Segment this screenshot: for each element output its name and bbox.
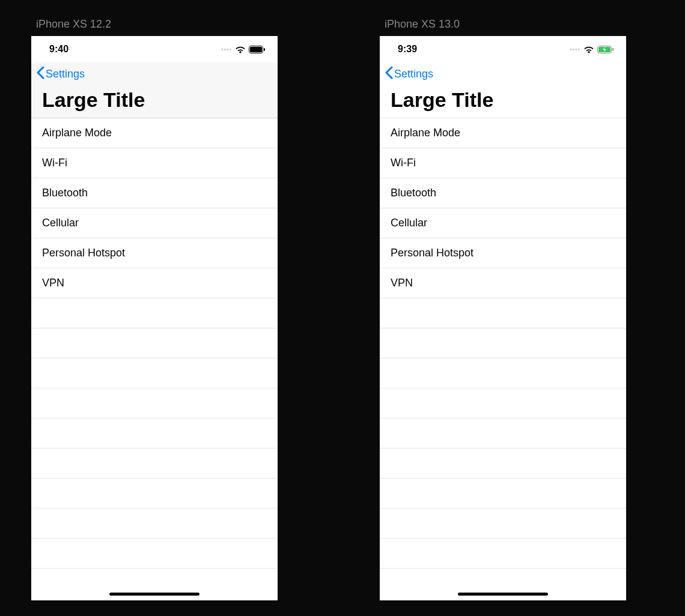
battery-icon [249, 46, 266, 53]
list-item-label: VPN [391, 277, 413, 289]
list-item-empty [31, 479, 278, 509]
wifi-icon [235, 46, 246, 53]
list-item-cellular[interactable]: Cellular [31, 208, 278, 238]
list-item-personal-hotspot[interactable]: Personal Hotspot [31, 238, 278, 268]
list-item-label: Bluetooth [42, 187, 88, 199]
status-bar: 9:40 •••• [31, 36, 278, 62]
status-bar: 9:39 •••• [380, 36, 626, 62]
caption-left: iPhone XS 12.2 [36, 18, 111, 31]
list-item-wifi[interactable]: Wi-Fi [31, 148, 278, 178]
large-title-header: Large Title [31, 86, 278, 118]
settings-list: Airplane Mode Wi-Fi Bluetooth Cellular P… [380, 118, 626, 569]
list-item-label: Personal Hotspot [42, 247, 125, 259]
phone-screenshot-ios13: 9:39 •••• Settings Large Title Airplane … [380, 36, 626, 600]
list-item-empty [380, 358, 626, 388]
status-indicators: •••• [221, 46, 266, 53]
list-item-empty [31, 418, 278, 448]
list-item-empty [31, 448, 278, 479]
home-indicator[interactable] [109, 593, 199, 596]
cellular-signal-icon: •••• [221, 46, 232, 53]
nav-bar: Settings [31, 62, 278, 86]
status-time: 9:39 [398, 44, 417, 55]
list-item-wifi[interactable]: Wi-Fi [380, 148, 626, 178]
status-time: 9:40 [49, 44, 68, 55]
list-item-bluetooth[interactable]: Bluetooth [380, 178, 626, 208]
list-item-empty [31, 539, 278, 569]
list-item-empty [380, 418, 626, 448]
list-item-empty [380, 509, 626, 539]
back-label: Settings [394, 68, 433, 80]
list-item-empty [380, 539, 626, 569]
list-item-label: Wi-Fi [391, 157, 416, 169]
caption-right: iPhone XS 13.0 [385, 18, 460, 31]
back-label: Settings [46, 68, 85, 80]
list-item-label: Cellular [391, 217, 427, 229]
list-item-vpn[interactable]: VPN [380, 268, 626, 298]
list-item-cellular[interactable]: Cellular [380, 208, 626, 238]
list-item-bluetooth[interactable]: Bluetooth [31, 178, 278, 208]
list-item-airplane-mode[interactable]: Airplane Mode [31, 118, 278, 148]
back-button[interactable]: Settings [36, 66, 85, 82]
home-indicator[interactable] [458, 593, 548, 596]
list-item-personal-hotspot[interactable]: Personal Hotspot [380, 238, 626, 268]
list-item-empty [31, 298, 278, 328]
cellular-signal-icon: •••• [570, 46, 580, 53]
list-item-label: Personal Hotspot [391, 247, 473, 259]
list-item-label: Bluetooth [391, 187, 436, 199]
list-item-empty [380, 298, 626, 328]
svg-rect-2 [264, 48, 265, 51]
phone-screenshot-ios12: 9:40 •••• Settings Large Title Airplane … [31, 36, 278, 600]
list-item-empty [31, 388, 278, 418]
page-title: Large Title [42, 88, 267, 112]
list-item-empty [380, 448, 626, 479]
status-indicators: •••• [570, 46, 614, 53]
list-item-label: Cellular [42, 217, 79, 229]
chevron-left-icon [385, 66, 393, 82]
list-item-empty [380, 328, 626, 358]
wifi-icon [583, 46, 594, 53]
chevron-left-icon [36, 66, 44, 82]
list-item-label: Airplane Mode [42, 127, 112, 139]
battery-charging-icon [597, 46, 614, 53]
back-button[interactable]: Settings [385, 66, 433, 82]
list-item-empty [31, 358, 278, 388]
svg-rect-5 [612, 48, 613, 51]
list-item-empty [31, 509, 278, 539]
list-item-vpn[interactable]: VPN [31, 268, 278, 298]
list-item-label: Airplane Mode [391, 127, 460, 139]
list-item-empty [380, 388, 626, 418]
large-title-header: Large Title [380, 86, 626, 118]
page-title: Large Title [391, 88, 615, 112]
nav-bar: Settings [380, 62, 626, 86]
list-item-label: Wi-Fi [42, 157, 67, 169]
list-item-empty [31, 328, 278, 358]
list-item-empty [380, 479, 626, 509]
list-item-airplane-mode[interactable]: Airplane Mode [380, 118, 626, 148]
settings-list: Airplane Mode Wi-Fi Bluetooth Cellular P… [31, 118, 278, 569]
list-item-label: VPN [42, 277, 64, 289]
svg-rect-1 [250, 47, 262, 52]
